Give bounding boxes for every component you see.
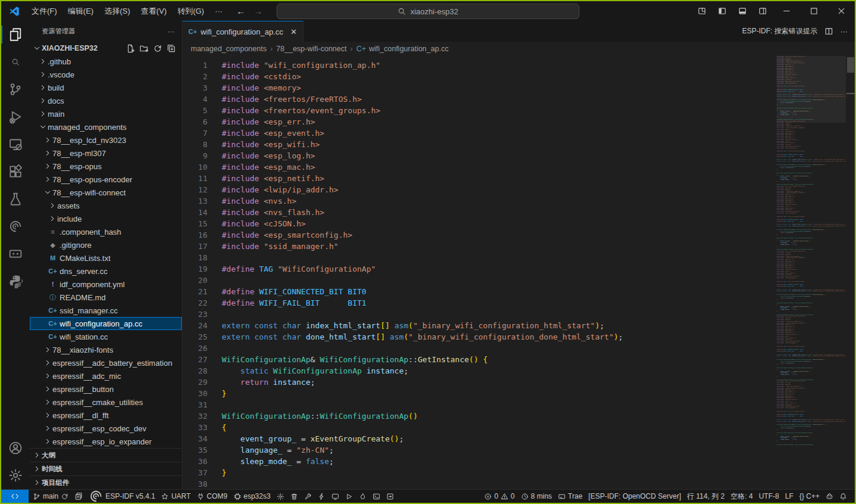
tree-item-78-xiaozhi-fonts[interactable]: 78__xiaozhi-fonts — [30, 343, 182, 356]
tree-item-include[interactable]: include — [30, 212, 182, 225]
activity-testing-icon[interactable] — [1, 185, 30, 213]
command-center-search[interactable]: xiaozhi-esp32 — [277, 4, 579, 19]
new-file-icon[interactable] — [126, 44, 135, 53]
activity-extensions-icon[interactable] — [1, 158, 30, 185]
espidf-hint-button[interactable]: ESP-IDF: 搜索错误提示 — [742, 26, 817, 36]
breadcrumb-item[interactable]: 78__esp-wifi-connect — [276, 45, 346, 53]
tree-item-78-esp-opus[interactable]: 78__esp-opus — [30, 160, 182, 173]
refresh-icon[interactable] — [153, 44, 162, 53]
editor-more-button[interactable]: ··· — [841, 27, 848, 36]
status-trae[interactable]: Trae — [555, 490, 585, 503]
tree-item-ssid-manager-cc[interactable]: C+ssid_manager.cc — [30, 304, 182, 317]
activity-remote-explorer-icon[interactable] — [1, 130, 30, 158]
status-encoding[interactable]: UTF-8 — [756, 490, 782, 503]
tree-item-cmakelists-txt[interactable]: MCMakeLists.txt — [30, 251, 182, 265]
menu-view[interactable]: 查看(V) — [135, 1, 172, 21]
split-editor-icon[interactable] — [824, 27, 833, 36]
code-editor[interactable]: 1#include "wifi_configuration_ap.h"2#inc… — [182, 56, 855, 489]
status-build-flash-monitor[interactable] — [356, 490, 370, 503]
activity-espressif-icon[interactable] — [1, 213, 30, 240]
tree-item-build[interactable]: build — [30, 81, 182, 94]
menu-edit[interactable]: 编辑(E) — [63, 1, 99, 21]
status-build[interactable] — [301, 490, 315, 503]
menu-more[interactable]: ··· — [209, 1, 228, 21]
tree-item--vscode[interactable]: .vscode — [30, 68, 182, 81]
status-idf-terminal[interactable] — [370, 490, 383, 503]
status-indentation[interactable]: 空格: 4 — [728, 490, 756, 503]
tree-item-espressif-esp-io-expander[interactable]: espressif__esp_io_expander — [30, 435, 182, 448]
menu-file[interactable]: 文件(F) — [26, 1, 63, 21]
panel-left-icon[interactable] — [712, 1, 732, 21]
tree-item--github[interactable]: .github — [30, 55, 182, 68]
status-language-mode[interactable]: {} C++ — [796, 490, 823, 503]
status-coding-time[interactable]: 8 mins — [518, 490, 555, 503]
tree-item-espressif-adc-battery-estimation[interactable]: espressif__adc_battery_estimation — [30, 356, 182, 369]
activity-python-icon[interactable] — [1, 267, 30, 295]
tree-item-wifi-configuration-ap-cc[interactable]: C+wifi_configuration_ap.cc — [30, 317, 182, 330]
tree-item--component-hash[interactable]: ≡.component_hash — [30, 225, 182, 238]
status-monitor[interactable] — [328, 490, 342, 503]
tree-item-espressif-button[interactable]: espressif__button — [30, 382, 182, 396]
status-debug[interactable] — [342, 490, 356, 503]
tree-item-78-esp-opus-encoder[interactable]: 78__esp-opus-encoder — [30, 173, 182, 186]
sidebar-section-大纲[interactable]: 大纲 — [30, 448, 182, 462]
project-root-row[interactable]: XIAOZHI-ESP32 — [30, 42, 182, 55]
nav-back-button[interactable]: ← — [236, 6, 245, 16]
tree-item-docs[interactable]: docs — [30, 94, 182, 107]
vertical-scrollbar[interactable] — [846, 56, 855, 489]
tree-item-espressif-esp-codec-dev[interactable]: espressif__esp_codec_dev — [30, 422, 182, 435]
maximize-icon[interactable] — [800, 1, 827, 21]
tree-item-idf-component-yml[interactable]: !idf_component.yml — [30, 278, 182, 291]
tab-wifi-configuration-ap[interactable]: C+ wifi_configuration_ap.cc ✕ — [182, 21, 303, 42]
collapse-all-icon[interactable] — [167, 44, 176, 53]
status-com-port[interactable]: COM9 — [194, 490, 231, 503]
activity-serial-monitor-icon[interactable] — [1, 240, 30, 267]
sidebar-more-button[interactable]: ··· — [168, 28, 175, 35]
tree-item--gitignore[interactable]: ◆.gitignore — [30, 238, 182, 251]
layout-icon[interactable] — [691, 1, 712, 21]
tree-item-readme-md[interactable]: ⓘREADME.md — [30, 291, 182, 304]
close-icon[interactable] — [827, 1, 855, 21]
tree-item-espressif-cmake-utilities[interactable]: espressif__cmake_utilities — [30, 396, 182, 409]
tree-item-78-esp-lcd-nv3023[interactable]: 78__esp_lcd_nv3023 — [30, 133, 182, 147]
menu-goto[interactable]: 转到(G) — [172, 1, 210, 21]
activity-explorer-icon[interactable] — [1, 21, 30, 48]
tab-close-icon[interactable]: ✕ — [290, 27, 297, 36]
status-flash-method[interactable] — [72, 490, 86, 503]
tree-item-main[interactable]: main — [30, 107, 182, 120]
tree-item-espressif-adc-mic[interactable]: espressif__adc_mic — [30, 369, 182, 382]
status-espidf-version[interactable]: ESP-IDF v5.4.1 — [86, 490, 158, 503]
tree-item-78-esp-wifi-connect[interactable]: 78__esp-wifi-connect — [30, 186, 182, 199]
status-custom-task[interactable] — [383, 490, 397, 503]
status-device-target[interactable]: esp32s3 — [231, 490, 274, 503]
status-git-branch[interactable]: main — [30, 490, 72, 503]
tree-item-dns-server-cc[interactable]: C+dns_server.cc — [30, 265, 182, 278]
status-cursor-position[interactable]: 行 114, 列 2 — [684, 490, 727, 503]
activity-settings-gear-icon[interactable] — [1, 462, 30, 489]
minimap[interactable]: #include "wifi_configuration_ap.h"#inclu… — [777, 56, 846, 489]
tree-item-assets[interactable]: assets — [30, 199, 182, 212]
activity-run-debug-icon[interactable] — [1, 103, 30, 130]
status-notifications[interactable] — [836, 490, 850, 503]
panel-bottom-icon[interactable] — [732, 1, 752, 21]
breadcrumb-item[interactable]: managed_components — [191, 45, 266, 53]
sidebar-section-时间线[interactable]: 时间线 — [30, 462, 182, 475]
tree-item-espressif-dl-fft[interactable]: espressif__dl_fft — [30, 409, 182, 422]
activity-search-icon[interactable] — [1, 48, 30, 76]
status-flash[interactable] — [315, 490, 328, 503]
breadcrumb-item[interactable]: C+wifi_configuration_ap.cc — [356, 45, 449, 53]
status-problems[interactable]: 00 — [481, 490, 517, 503]
sidebar-section-项目组件[interactable]: 项目组件 — [30, 475, 182, 489]
status-copilot[interactable] — [823, 490, 836, 503]
minimize-icon[interactable] — [773, 1, 800, 21]
status-remote-indicator[interactable] — [1, 490, 29, 503]
status-menuconfig[interactable] — [274, 490, 287, 503]
status-openocd-server[interactable]: [ESP-IDF: OpenOCD Server] — [585, 490, 684, 503]
activity-account-icon[interactable] — [1, 434, 30, 462]
tree-item-78-esp-ml307[interactable]: 78__esp-ml307 — [30, 147, 182, 160]
status-full-clean[interactable] — [287, 490, 301, 503]
status-eol[interactable]: LF — [782, 490, 796, 503]
status-uart[interactable]: UART — [158, 490, 193, 503]
tree-item-managed-components[interactable]: managed_components — [30, 120, 182, 133]
panel-right-icon[interactable] — [752, 1, 773, 21]
